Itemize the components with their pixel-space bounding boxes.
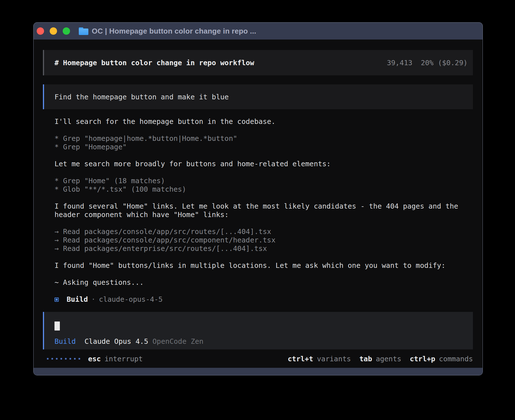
spinner-dot — [78, 358, 80, 360]
hint-label: interrupt — [104, 355, 143, 363]
tool-bullet: * — [54, 177, 59, 185]
window-titlebar[interactable]: OC | Homepage button color change in rep… — [34, 23, 483, 40]
arrow-icon: → — [54, 236, 59, 244]
assistant-text: I found several "Home" links. Let me loo… — [54, 202, 473, 211]
tool-call-read: → Read packages/console/app/src/routes/[… — [54, 228, 473, 236]
hint-commands: ctrl+p commands — [410, 355, 473, 363]
tool-name: Glob — [63, 185, 80, 193]
input-meta: Build Claude Opus 4.5 OpenCode Zen — [54, 337, 467, 345]
tool-name: Grep — [63, 143, 80, 151]
minimize-button[interactable] — [50, 27, 57, 35]
spinner-dots — [47, 358, 80, 360]
tool-args: packages/enterprise/src/routes/[...404].… — [84, 244, 267, 253]
agent-model: claude-opus-4-5 — [99, 295, 163, 304]
spinner-dot — [60, 358, 62, 360]
hint-label: variants — [317, 355, 351, 363]
text-cursor — [54, 321, 60, 331]
blank-line — [54, 194, 473, 202]
assistant-text: header component which have "Home" links… — [54, 211, 473, 219]
assistant-text: I found "Home" buttons/links in multiple… — [54, 261, 473, 270]
arrow-icon: → — [54, 244, 59, 253]
arrow-icon: → — [54, 228, 59, 236]
tool-name: Read — [63, 236, 80, 244]
hint-key: esc — [88, 355, 101, 363]
tool-bullet: * — [54, 143, 59, 151]
blank-line — [54, 151, 473, 160]
spinner-dot — [51, 358, 53, 360]
tool-args: "Homepage" — [84, 143, 127, 151]
transcript: I'll search for the homepage button in t… — [43, 117, 473, 304]
window-bottom-chrome — [34, 368, 483, 375]
spinner-dot — [56, 358, 58, 360]
tool-args: "**/*.tsx" (100 matches) — [84, 185, 186, 193]
blank-line — [54, 126, 473, 134]
hint-variants: ctrl+t variants — [288, 355, 351, 363]
hint-key: ctrl+p — [410, 355, 435, 363]
blank-line — [54, 287, 473, 295]
session-cost: ($0.29) — [438, 59, 468, 67]
session-stats: 39,41320%($0.29) — [387, 59, 468, 67]
spinner-dot — [69, 358, 71, 360]
terminal-window: OC | Homepage button color change in rep… — [33, 22, 483, 375]
context-percent: 20% — [421, 59, 433, 67]
fullscreen-button[interactable] — [63, 27, 70, 35]
close-button[interactable] — [37, 27, 44, 35]
traffic-lights — [37, 27, 70, 35]
input-agent-label[interactable]: Build — [54, 337, 76, 345]
blank-line — [54, 270, 473, 278]
status-bar: esc interrupt ctrl+t variants tab agents… — [43, 355, 473, 363]
tool-call-glob: * Glob "**/*.tsx" (100 matches) — [54, 185, 473, 194]
spinner-dot — [74, 358, 76, 360]
build-agent-icon — [54, 298, 59, 302]
blank-line — [54, 253, 473, 261]
hint-interrupt: esc interrupt — [88, 355, 143, 363]
agent-status-row: Build · claude-opus-4-5 — [54, 295, 473, 304]
assistant-text: I'll search for the homepage button in t… — [54, 117, 473, 126]
agent-name: Build — [67, 295, 88, 304]
assistant-text: Let me search more broadly for buttons a… — [54, 160, 473, 168]
tool-call-read: → Read packages/console/app/src/componen… — [54, 236, 473, 244]
hint-agents: tab agents — [359, 355, 401, 363]
user-message-text: Find the homepage button and make it blu… — [54, 93, 229, 101]
status-line: ~ Asking questions... — [54, 278, 473, 287]
spinner-dot — [65, 358, 67, 360]
spinner-dot — [47, 358, 49, 360]
separator-dot: · — [91, 295, 95, 304]
hint-key: tab — [359, 355, 372, 363]
tool-name: Read — [63, 244, 80, 253]
tool-call-grep: * Grep "Homepage" — [54, 143, 473, 151]
tool-args: packages/console/app/src/component/heade… — [84, 236, 275, 244]
input-provider-label: OpenCode Zen — [152, 337, 204, 345]
session-title: # Homepage button color change in repo w… — [54, 59, 254, 67]
tool-name: Grep — [63, 177, 80, 185]
prompt-input[interactable]: Build Claude Opus 4.5 OpenCode Zen — [43, 312, 473, 349]
input-model-label[interactable]: Claude Opus 4.5 — [84, 337, 148, 345]
hint-label: agents — [376, 355, 401, 363]
tool-call-read: → Read packages/enterprise/src/routes/[.… — [54, 244, 473, 253]
blank-line — [54, 168, 473, 177]
hint-key: ctrl+t — [288, 355, 313, 363]
folder-icon — [79, 27, 88, 35]
tool-args: "homepage|home.*button|Home.*button" — [84, 134, 237, 143]
tool-name: Grep — [63, 134, 80, 143]
hint-label: commands — [439, 355, 473, 363]
token-count: 39,413 — [387, 59, 412, 67]
tool-bullet: * — [54, 185, 59, 193]
tool-bullet: * — [54, 134, 59, 143]
tool-call-grep: * Grep "Home" (18 matches) — [54, 177, 473, 185]
session-header: # Homepage button color change in repo w… — [43, 50, 473, 75]
tool-name: Read — [63, 228, 80, 236]
blank-line — [54, 219, 473, 228]
user-message: Find the homepage button and make it blu… — [43, 84, 473, 109]
tool-call-grep: * Grep "homepage|home.*button|Home.*butt… — [54, 134, 473, 143]
window-title: OC | Homepage button color change in rep… — [92, 27, 256, 36]
hints-right: ctrl+t variants tab agents ctrl+p comman… — [288, 355, 473, 363]
tool-args: packages/console/app/src/routes/[...404]… — [84, 228, 271, 236]
tool-args: "Home" (18 matches) — [84, 177, 165, 185]
terminal-content: # Homepage button color change in repo w… — [34, 40, 483, 368]
